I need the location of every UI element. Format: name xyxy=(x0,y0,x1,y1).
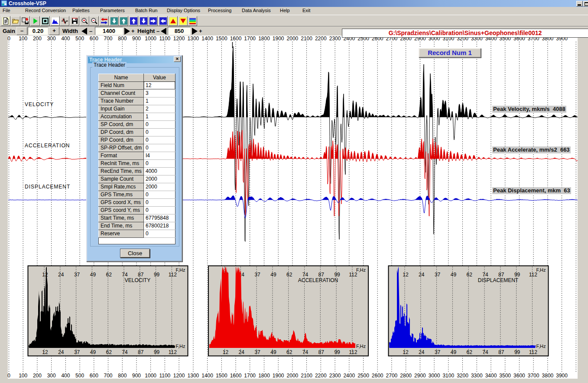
svg-text:400: 400 xyxy=(61,373,70,379)
svg-text:700: 700 xyxy=(104,373,112,379)
svg-text:3000: 3000 xyxy=(429,373,440,379)
svg-text:49: 49 xyxy=(451,349,457,355)
svg-text:1100: 1100 xyxy=(159,36,170,42)
svg-text:2100: 2100 xyxy=(301,373,312,379)
svg-text:F,Hz: F,Hz xyxy=(176,267,185,273)
svg-text:F,Hz: F,Hz xyxy=(176,344,185,349)
svg-text:62: 62 xyxy=(286,272,292,278)
svg-text:87: 87 xyxy=(138,272,144,278)
svg-text:F,Hz: F,Hz xyxy=(356,267,366,273)
svg-text:37: 37 xyxy=(74,349,80,355)
svg-text:100: 100 xyxy=(19,373,27,379)
svg-text:112: 112 xyxy=(169,272,177,278)
svg-text:400: 400 xyxy=(61,36,70,42)
svg-text:700: 700 xyxy=(104,36,112,42)
svg-text:1900: 1900 xyxy=(273,36,284,42)
svg-text:2500: 2500 xyxy=(357,373,369,379)
svg-text:1300: 1300 xyxy=(188,373,199,379)
svg-text:87: 87 xyxy=(138,349,144,355)
svg-text:1000: 1000 xyxy=(145,36,156,42)
svg-text:2800: 2800 xyxy=(400,373,412,379)
svg-text:62: 62 xyxy=(106,349,112,355)
svg-text:1700: 1700 xyxy=(244,36,256,42)
svg-text:0: 0 xyxy=(7,373,10,379)
svg-text:800: 800 xyxy=(118,373,127,379)
svg-text:3900: 3900 xyxy=(556,373,568,379)
svg-text:3800: 3800 xyxy=(542,373,554,379)
svg-text:ACCELERATION: ACCELERATION xyxy=(298,277,338,283)
svg-text:49: 49 xyxy=(90,349,96,355)
svg-text:112: 112 xyxy=(349,349,357,355)
svg-text:24: 24 xyxy=(419,349,425,355)
svg-text:2700: 2700 xyxy=(386,373,398,379)
svg-text:3300: 3300 xyxy=(471,373,483,379)
svg-text:1600: 1600 xyxy=(230,36,242,42)
svg-text:1100: 1100 xyxy=(159,373,170,379)
svg-text:1500: 1500 xyxy=(216,373,227,379)
svg-text:1500: 1500 xyxy=(216,36,227,42)
svg-text:300: 300 xyxy=(47,36,56,42)
svg-text:300: 300 xyxy=(47,373,56,379)
svg-text:3600: 3600 xyxy=(513,373,525,379)
svg-text:49: 49 xyxy=(270,349,276,355)
svg-text:74: 74 xyxy=(302,349,309,355)
svg-text:500: 500 xyxy=(75,36,84,42)
svg-text:49: 49 xyxy=(270,272,276,278)
svg-text:74: 74 xyxy=(482,272,488,278)
svg-text:37: 37 xyxy=(254,349,260,355)
svg-text:1900: 1900 xyxy=(273,373,284,379)
svg-text:3500: 3500 xyxy=(499,373,511,379)
svg-text:2100: 2100 xyxy=(301,36,312,42)
svg-text:12: 12 xyxy=(223,349,229,355)
svg-text:87: 87 xyxy=(318,272,325,278)
svg-text:2200: 2200 xyxy=(315,373,327,379)
svg-text:62: 62 xyxy=(286,349,292,355)
svg-text:37: 37 xyxy=(435,349,441,355)
svg-text:200: 200 xyxy=(33,36,42,42)
svg-text:74: 74 xyxy=(482,349,488,355)
svg-text:12: 12 xyxy=(42,272,48,278)
svg-text:62: 62 xyxy=(106,272,112,278)
svg-text:DISPLACEMENT: DISPLACEMENT xyxy=(478,277,519,283)
svg-text:24: 24 xyxy=(419,272,425,278)
svg-text:112: 112 xyxy=(169,349,177,355)
svg-text:2900: 2900 xyxy=(414,373,426,379)
svg-text:600: 600 xyxy=(90,36,98,42)
svg-text:2300: 2300 xyxy=(329,36,341,42)
svg-text:1700: 1700 xyxy=(244,373,256,379)
svg-text:74: 74 xyxy=(122,272,128,278)
svg-text:1200: 1200 xyxy=(173,373,185,379)
svg-text:2200: 2200 xyxy=(315,36,327,42)
svg-text:600: 600 xyxy=(90,373,98,379)
svg-text:99: 99 xyxy=(334,349,340,355)
svg-text:0: 0 xyxy=(7,36,10,42)
svg-text:99: 99 xyxy=(154,349,160,355)
svg-text:112: 112 xyxy=(529,349,537,355)
svg-text:1600: 1600 xyxy=(230,373,242,379)
svg-text:87: 87 xyxy=(318,349,325,355)
svg-text:87: 87 xyxy=(498,272,504,278)
svg-text:F,Hz: F,Hz xyxy=(536,344,546,349)
svg-text:99: 99 xyxy=(154,272,160,278)
svg-text:200: 200 xyxy=(33,373,42,379)
svg-text:12: 12 xyxy=(403,272,409,278)
svg-text:800: 800 xyxy=(118,36,127,42)
svg-text:2000: 2000 xyxy=(287,373,299,379)
svg-text:500: 500 xyxy=(75,373,84,379)
svg-text:112: 112 xyxy=(349,272,357,278)
svg-text:1800: 1800 xyxy=(258,36,270,42)
svg-text:24: 24 xyxy=(58,272,64,278)
svg-text:62: 62 xyxy=(467,349,473,355)
svg-text:62: 62 xyxy=(467,272,473,278)
svg-text:1400: 1400 xyxy=(201,36,213,42)
svg-text:DISPLACEMENT: DISPLACEMENT xyxy=(25,184,70,190)
svg-text:3400: 3400 xyxy=(485,373,497,379)
svg-text:99: 99 xyxy=(334,272,340,278)
svg-text:2400: 2400 xyxy=(343,373,355,379)
svg-text:1400: 1400 xyxy=(201,373,213,379)
svg-text:87: 87 xyxy=(498,349,504,355)
svg-text:2000: 2000 xyxy=(287,36,299,42)
svg-text:49: 49 xyxy=(90,272,96,278)
svg-text:3100: 3100 xyxy=(442,373,454,379)
svg-text:2300: 2300 xyxy=(329,373,341,379)
